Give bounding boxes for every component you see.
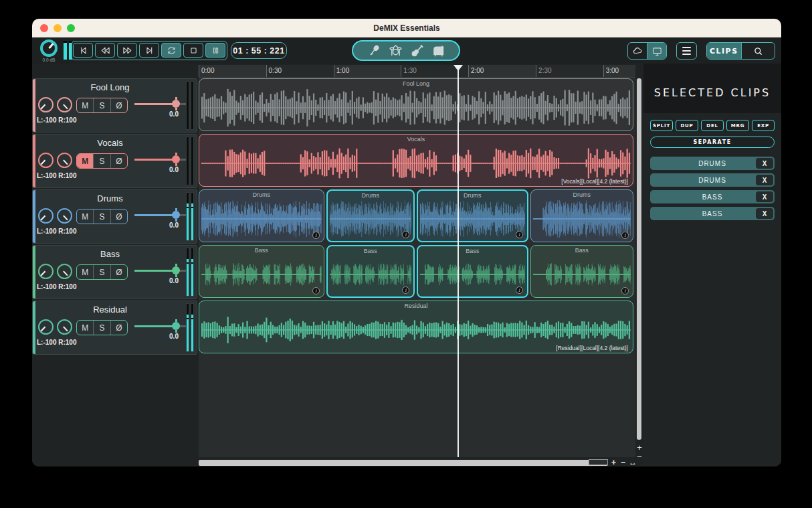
- pan-knob-right[interactable]: [57, 153, 72, 168]
- monitor-button[interactable]: [647, 43, 666, 59]
- clip-info-badge[interactable]: i: [621, 287, 629, 294]
- ruler-tick[interactable]: 1:00: [334, 65, 401, 78]
- search-tab-button[interactable]: [741, 43, 775, 59]
- stem-filter-pill[interactable]: [352, 40, 460, 61]
- mute-button[interactable]: M: [77, 265, 93, 279]
- skip-to-start-button[interactable]: [73, 43, 93, 58]
- clip-info-badge[interactable]: i: [516, 286, 523, 294]
- titlebar[interactable]: DeMIX Essentials: [32, 19, 781, 37]
- dup-button[interactable]: DUP: [676, 120, 698, 131]
- mute-button[interactable]: M: [77, 98, 93, 112]
- v-zoom-in-button[interactable]: +: [635, 443, 643, 452]
- guitar-icon[interactable]: [410, 44, 424, 58]
- v-scroll-thumb[interactable]: [637, 78, 641, 440]
- pan-knob-left[interactable]: [38, 319, 54, 335]
- pan-knob-right[interactable]: [57, 319, 72, 335]
- volume-slider-thumb[interactable]: [172, 266, 180, 274]
- track-header[interactable]: BassMSØL:-100 R:1000.0: [32, 245, 197, 299]
- mute-button[interactable]: M: [77, 209, 93, 224]
- close-window-button[interactable]: [40, 24, 48, 32]
- h-zoom-in-button[interactable]: +: [611, 458, 616, 467]
- playhead[interactable]: [458, 70, 459, 457]
- track-header[interactable]: ResidualMSØL:-100 R:1000.0: [32, 301, 197, 355]
- pan-knob-left[interactable]: [38, 97, 54, 112]
- h-zoom-out-button[interactable]: −: [621, 458, 625, 467]
- volume-slider[interactable]: [134, 155, 188, 164]
- volume-slider-thumb[interactable]: [172, 155, 180, 163]
- stop-button[interactable]: [183, 43, 203, 58]
- phase-button[interactable]: Ø: [110, 209, 127, 224]
- clip-info-badge[interactable]: i: [516, 231, 523, 238]
- del-button[interactable]: DEL: [701, 120, 724, 131]
- selected-clip-item[interactable]: BASSX: [650, 190, 775, 203]
- phase-button[interactable]: Ø: [110, 265, 127, 279]
- track-header[interactable]: Fool LongMSØL:-100 R:1000.0: [32, 78, 197, 133]
- h-scroll-track[interactable]: [199, 460, 608, 466]
- clip[interactable]: Fool Long: [199, 78, 633, 131]
- pan-knob-left[interactable]: [38, 264, 54, 279]
- fast-forward-button[interactable]: [117, 43, 137, 58]
- separate-button[interactable]: SEPARATE: [650, 137, 775, 148]
- playhead-marker[interactable]: [453, 65, 463, 71]
- remove-clip-button[interactable]: X: [756, 175, 773, 185]
- remove-clip-button[interactable]: X: [756, 158, 773, 169]
- clip[interactable]: Residual[Residual][Local][4.2 (latest)]: [199, 301, 633, 353]
- clip[interactable]: Bassi: [530, 245, 633, 298]
- ruler-tick[interactable]: 2:00: [468, 65, 536, 78]
- volume-slider[interactable]: [134, 266, 188, 275]
- skip-to-end-button[interactable]: [139, 43, 159, 58]
- solo-button[interactable]: S: [93, 265, 110, 279]
- clip-info-badge[interactable]: i: [621, 232, 629, 239]
- selected-clip-item[interactable]: DRUMSX: [650, 157, 775, 170]
- exp-button[interactable]: EXP: [752, 120, 775, 131]
- clip[interactable]: Drumsi: [530, 189, 633, 242]
- minimize-window-button[interactable]: [54, 24, 62, 32]
- ruler-tick[interactable]: 0:00: [199, 65, 266, 78]
- volume-slider-thumb[interactable]: [172, 211, 180, 219]
- selected-clip-item[interactable]: BASSX: [650, 207, 775, 220]
- clip[interactable]: Drumsi: [199, 189, 324, 242]
- ruler-tick[interactable]: 3:00: [603, 65, 635, 78]
- volume-slider[interactable]: [134, 321, 188, 331]
- clip[interactable]: Bassi: [417, 245, 528, 298]
- remove-clip-button[interactable]: X: [756, 191, 773, 202]
- mrg-button[interactable]: MRG: [726, 120, 749, 131]
- microphone-icon[interactable]: [367, 44, 381, 58]
- solo-button[interactable]: S: [93, 321, 110, 335]
- pan-knob-right[interactable]: [57, 97, 72, 112]
- master-volume-knob[interactable]: [40, 39, 58, 57]
- clip[interactable]: Bassi: [326, 245, 415, 298]
- clip[interactable]: Drumsi: [326, 189, 415, 242]
- loop-button[interactable]: [161, 43, 181, 58]
- split-button[interactable]: SPLIT: [650, 120, 673, 131]
- ruler-tick[interactable]: 0:30: [266, 65, 334, 78]
- track-header[interactable]: DrumsMSØL:-100 R:1000.0: [32, 189, 197, 244]
- clip[interactable]: Bassi: [199, 245, 324, 298]
- volume-slider[interactable]: [134, 99, 188, 108]
- phase-button[interactable]: Ø: [110, 98, 127, 112]
- clip-info-badge[interactable]: i: [312, 232, 320, 239]
- clip-info-badge[interactable]: i: [402, 286, 409, 294]
- zoom-window-button[interactable]: [67, 24, 75, 32]
- phase-button[interactable]: Ø: [110, 154, 127, 168]
- pan-knob-right[interactable]: [57, 264, 72, 279]
- cloud-button[interactable]: [628, 43, 647, 59]
- mute-button[interactable]: M: [77, 154, 93, 168]
- remove-clip-button[interactable]: X: [756, 208, 773, 219]
- piano-icon[interactable]: [431, 44, 445, 58]
- ruler-tick[interactable]: 2:30: [536, 65, 603, 78]
- volume-slider[interactable]: [134, 210, 188, 220]
- clip-info-badge[interactable]: i: [402, 231, 409, 238]
- volume-slider-thumb[interactable]: [172, 322, 180, 330]
- clips-tab-button[interactable]: CLIPS: [707, 43, 741, 59]
- drum-kit-icon[interactable]: [389, 44, 403, 58]
- pan-knob-left[interactable]: [38, 153, 54, 168]
- phase-button[interactable]: Ø: [110, 321, 127, 335]
- clip-info-badge[interactable]: i: [312, 287, 320, 294]
- mute-button[interactable]: M: [77, 321, 93, 335]
- menu-button[interactable]: [676, 42, 697, 60]
- clip[interactable]: Vocals[Vocals][Local][4.2 (latest)]: [199, 134, 633, 187]
- pan-knob-left[interactable]: [38, 208, 54, 224]
- volume-slider-thumb[interactable]: [172, 100, 180, 108]
- solo-button[interactable]: S: [93, 98, 110, 112]
